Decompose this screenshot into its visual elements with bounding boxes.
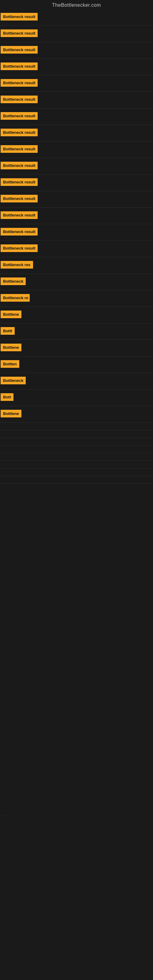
spacer-row-7: [0, 476, 153, 484]
site-title: TheBottlenecker.com: [0, 0, 153, 9]
bottleneck-badge-13[interactable]: Bottleneck result: [1, 211, 38, 219]
bottleneck-row-18: Bottleneck re: [0, 290, 153, 307]
bottleneck-badge-8[interactable]: Bottleneck result: [1, 129, 38, 136]
small-label-area: ...: [1, 811, 4, 817]
bottleneck-badge-19[interactable]: Bottlene: [1, 310, 21, 318]
bottleneck-row-23: Bottleneck: [0, 373, 153, 390]
spacer-row-1: [0, 430, 153, 438]
bottleneck-badge-12[interactable]: Bottleneck result: [1, 195, 38, 202]
bottleneck-badge-11[interactable]: Bottleneck result: [1, 178, 38, 186]
bottleneck-badge-24[interactable]: Bott: [1, 393, 13, 401]
bottleneck-row-22: Bottlen: [0, 356, 153, 373]
bottleneck-badge-22[interactable]: Bottlen: [1, 360, 19, 368]
bottleneck-row-25: Bottlene: [0, 406, 153, 423]
page-wrapper: TheBottlenecker.com Bottleneck resultBot…: [0, 0, 153, 980]
bottleneck-row-1: Bottleneck result: [0, 9, 153, 26]
bottleneck-badge-1[interactable]: Bottleneck result: [1, 13, 38, 21]
spacer-row-3: [0, 445, 153, 453]
spacer-row-6: [0, 469, 153, 476]
spacer-row-4: [0, 453, 153, 461]
bottleneck-badge-9[interactable]: Bottleneck result: [1, 145, 38, 153]
small-label: ...: [1, 811, 4, 819]
bottleneck-row-20: Bottl: [0, 323, 153, 340]
bottleneck-row-17: Bottleneck: [0, 274, 153, 290]
bottleneck-badge-7[interactable]: Bottleneck result: [1, 112, 38, 120]
bottleneck-badge-21[interactable]: Bottlene: [1, 344, 21, 351]
bottleneck-row-11: Bottleneck result: [0, 175, 153, 191]
bottleneck-row-21: Bottlene: [0, 340, 153, 356]
bottleneck-row-2: Bottleneck result: [0, 26, 153, 42]
bottleneck-row-14: Bottleneck result: [0, 224, 153, 241]
spacer-row-0: [0, 423, 153, 430]
bottleneck-row-7: Bottleneck result: [0, 108, 153, 125]
bottleneck-badge-15[interactable]: Bottleneck result: [1, 244, 38, 252]
spacer-row-2: [0, 438, 153, 445]
bottleneck-row-12: Bottleneck result: [0, 191, 153, 208]
bottleneck-badge-16[interactable]: Bottleneck res: [1, 261, 33, 269]
bottleneck-badge-2[interactable]: Bottleneck result: [1, 29, 38, 37]
bottleneck-badge-20[interactable]: Bottl: [1, 327, 15, 335]
bottleneck-badge-10[interactable]: Bottleneck result: [1, 162, 38, 169]
bottleneck-row-13: Bottleneck result: [0, 208, 153, 224]
bottleneck-row-5: Bottleneck result: [0, 75, 153, 92]
bottleneck-row-16: Bottleneck res: [0, 257, 153, 274]
bottleneck-row-4: Bottleneck result: [0, 59, 153, 75]
bottleneck-badge-17[interactable]: Bottleneck: [1, 277, 26, 285]
bottleneck-row-6: Bottleneck result: [0, 92, 153, 108]
bottleneck-badge-23[interactable]: Bottleneck: [1, 377, 26, 384]
bottleneck-badge-3[interactable]: Bottleneck result: [1, 46, 38, 54]
bottleneck-row-15: Bottleneck result: [0, 241, 153, 257]
bottleneck-row-19: Bottlene: [0, 307, 153, 323]
bottleneck-row-9: Bottleneck result: [0, 142, 153, 158]
bottleneck-badge-14[interactable]: Bottleneck result: [1, 228, 38, 235]
bottleneck-row-8: Bottleneck result: [0, 125, 153, 142]
bottleneck-badge-25[interactable]: Bottlene: [1, 410, 21, 417]
bottleneck-row-10: Bottleneck result: [0, 158, 153, 175]
spacer-row-5: [0, 461, 153, 469]
bottleneck-row-24: Bott: [0, 390, 153, 406]
bottleneck-row-3: Bottleneck result: [0, 42, 153, 59]
bottleneck-badge-6[interactable]: Bottleneck result: [1, 95, 38, 103]
bottleneck-badge-5[interactable]: Bottleneck result: [1, 79, 38, 87]
rows-container: Bottleneck resultBottleneck resultBottle…: [0, 9, 153, 484]
bottleneck-badge-4[interactable]: Bottleneck result: [1, 62, 38, 70]
bottleneck-badge-18[interactable]: Bottleneck re: [1, 294, 30, 302]
